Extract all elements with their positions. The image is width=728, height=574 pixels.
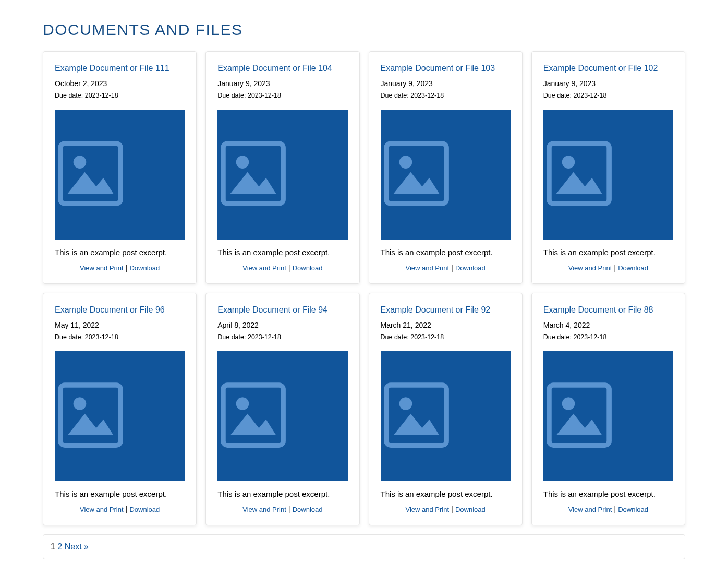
document-actions: View and Print|Download	[381, 505, 511, 513]
view-and-print-link[interactable]: View and Print	[242, 506, 286, 513]
document-date: April 8, 2022	[217, 321, 347, 329]
download-link[interactable]: Download	[293, 506, 323, 513]
svg-point-15	[562, 397, 575, 410]
document-title: Example Document or File 92	[381, 305, 511, 316]
svg-point-3	[236, 156, 249, 169]
document-title-link[interactable]: Example Document or File 111	[55, 64, 169, 73]
document-thumbnail[interactable]	[543, 351, 673, 481]
svg-rect-4	[386, 144, 446, 204]
image-placeholder-icon	[543, 379, 673, 453]
document-title-link[interactable]: Example Document or File 88	[543, 305, 653, 314]
download-link[interactable]: Download	[129, 264, 160, 272]
view-and-print-link[interactable]: View and Print	[80, 506, 124, 513]
document-actions: View and Print|Download	[543, 505, 673, 513]
document-thumbnail[interactable]	[55, 110, 185, 240]
document-thumbnail[interactable]	[381, 110, 511, 240]
action-separator: |	[614, 505, 616, 513]
image-placeholder-icon	[55, 138, 185, 211]
svg-rect-0	[60, 144, 120, 204]
document-thumbnail[interactable]	[55, 351, 185, 481]
document-thumbnail[interactable]	[381, 351, 511, 481]
image-placeholder-icon	[55, 379, 185, 453]
document-thumbnail[interactable]	[543, 110, 673, 240]
svg-rect-12	[386, 385, 446, 445]
svg-point-9	[74, 397, 87, 410]
image-placeholder-icon	[381, 138, 511, 211]
document-card: Example Document or File 103January 9, 2…	[369, 51, 523, 284]
action-separator: |	[451, 263, 453, 272]
action-separator: |	[126, 263, 128, 272]
document-title-link[interactable]: Example Document or File 96	[55, 305, 165, 314]
document-actions: View and Print|Download	[381, 263, 511, 272]
document-title: Example Document or File 94	[217, 305, 347, 316]
document-excerpt: This is an example post excerpt.	[55, 248, 185, 257]
action-separator: |	[451, 505, 453, 513]
document-actions: View and Print|Download	[543, 263, 673, 272]
document-date: January 9, 2023	[543, 79, 673, 88]
download-link[interactable]: Download	[129, 506, 160, 513]
document-due-date: Due date: 2023-12-18	[381, 333, 511, 341]
document-due-date: Due date: 2023-12-18	[543, 333, 673, 341]
image-placeholder-icon	[381, 379, 511, 453]
view-and-print-link[interactable]: View and Print	[405, 506, 449, 513]
document-title-link[interactable]: Example Document or File 94	[217, 305, 327, 314]
document-due-date: Due date: 2023-12-18	[543, 92, 673, 99]
document-thumbnail[interactable]	[217, 351, 347, 481]
svg-rect-14	[549, 385, 609, 445]
download-link[interactable]: Download	[455, 264, 486, 272]
view-and-print-link[interactable]: View and Print	[242, 264, 286, 272]
document-card: Example Document or File 102January 9, 2…	[531, 51, 685, 284]
document-excerpt: This is an example post excerpt.	[381, 489, 511, 498]
svg-rect-6	[549, 144, 609, 204]
document-excerpt: This is an example post excerpt.	[55, 489, 185, 498]
view-and-print-link[interactable]: View and Print	[405, 264, 449, 272]
download-link[interactable]: Download	[455, 506, 486, 513]
document-date: January 9, 2023	[217, 79, 347, 88]
document-date: May 11, 2022	[55, 321, 185, 329]
document-title-link[interactable]: Example Document or File 102	[543, 64, 658, 73]
download-link[interactable]: Download	[618, 506, 648, 513]
document-title: Example Document or File 111	[55, 63, 185, 74]
svg-point-1	[74, 156, 87, 169]
document-actions: View and Print|Download	[217, 505, 347, 513]
document-excerpt: This is an example post excerpt.	[543, 248, 673, 257]
document-excerpt: This is an example post excerpt.	[217, 248, 347, 257]
svg-point-13	[399, 397, 412, 410]
document-title: Example Document or File 104	[217, 63, 347, 74]
document-title-link[interactable]: Example Document or File 92	[381, 305, 491, 314]
document-card: Example Document or File 111October 2, 2…	[43, 51, 197, 284]
document-card: Example Document or File 104January 9, 2…	[205, 51, 359, 284]
document-card: Example Document or File 92March 21, 202…	[369, 293, 523, 525]
svg-point-7	[562, 156, 575, 169]
documents-grid: Example Document or File 111October 2, 2…	[43, 51, 685, 525]
download-link[interactable]: Download	[293, 264, 323, 272]
action-separator: |	[614, 263, 616, 272]
view-and-print-link[interactable]: View and Print	[568, 264, 612, 272]
pagination-page-2[interactable]: 2	[57, 542, 62, 551]
document-title: Example Document or File 102	[543, 63, 673, 74]
action-separator: |	[126, 505, 128, 513]
document-due-date: Due date: 2023-12-18	[55, 333, 185, 341]
view-and-print-link[interactable]: View and Print	[80, 264, 124, 272]
action-separator: |	[288, 505, 290, 513]
document-actions: View and Print|Download	[217, 263, 347, 272]
document-excerpt: This is an example post excerpt.	[381, 248, 511, 257]
pagination-current: 1	[51, 542, 55, 551]
document-title: Example Document or File 96	[55, 305, 185, 316]
svg-rect-2	[223, 144, 283, 204]
document-title-link[interactable]: Example Document or File 103	[381, 64, 495, 73]
document-card: Example Document or File 88March 4, 2022…	[531, 293, 685, 525]
download-link[interactable]: Download	[618, 264, 648, 272]
document-thumbnail[interactable]	[217, 110, 347, 240]
image-placeholder-icon	[217, 379, 347, 453]
document-date: January 9, 2023	[381, 79, 511, 88]
document-date: October 2, 2023	[55, 79, 185, 88]
document-due-date: Due date: 2023-12-18	[217, 333, 347, 341]
document-title-link[interactable]: Example Document or File 104	[217, 64, 332, 73]
image-placeholder-icon	[543, 138, 673, 211]
document-excerpt: This is an example post excerpt.	[543, 489, 673, 498]
image-placeholder-icon	[217, 138, 347, 211]
document-card: Example Document or File 96May 11, 2022D…	[43, 293, 197, 525]
view-and-print-link[interactable]: View and Print	[568, 506, 612, 513]
pagination-next[interactable]: Next »	[65, 542, 89, 551]
